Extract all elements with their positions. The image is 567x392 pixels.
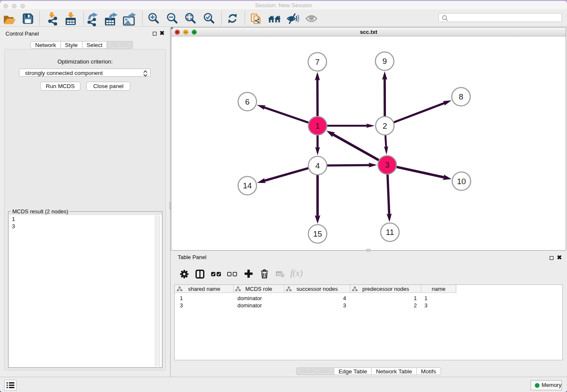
svg-text:4: 4 — [315, 161, 320, 170]
svg-text:14: 14 — [243, 181, 252, 190]
svg-text:10: 10 — [457, 177, 466, 186]
svg-text:2: 2 — [383, 121, 387, 130]
svg-text:7: 7 — [315, 58, 320, 66]
svg-text:8: 8 — [459, 92, 463, 101]
svg-text:6: 6 — [245, 97, 250, 106]
svg-text:9: 9 — [383, 57, 387, 66]
svg-text:11: 11 — [386, 228, 394, 237]
svg-text:15: 15 — [313, 229, 322, 238]
svg-text:1: 1 — [315, 121, 320, 130]
svg-text:3: 3 — [385, 160, 390, 169]
